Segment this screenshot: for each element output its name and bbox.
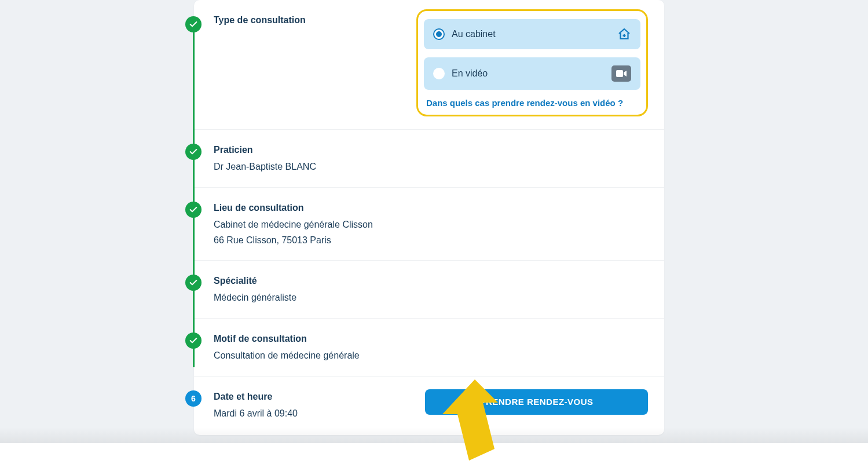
option-label: Au cabinet	[452, 29, 610, 39]
consultation-type-highlight: Au cabinet En vidéo	[416, 9, 648, 116]
step-location: Lieu de consultation Cabinet de médecine…	[194, 188, 664, 261]
practitioner-name: Dr Jean-Baptiste BLANC	[214, 160, 648, 174]
location-line2: 66 Rue Clisson, 75013 Paris	[214, 233, 648, 248]
step-check-icon	[185, 16, 202, 32]
step-title: Praticien	[214, 145, 648, 155]
page-bottom-shadow	[0, 427, 868, 443]
radio-unselected-icon	[433, 68, 445, 79]
step-number-badge: 6	[185, 390, 202, 407]
location-line1: Cabinet de médecine générale Clisson	[214, 218, 648, 232]
option-au-cabinet[interactable]: Au cabinet	[424, 19, 640, 49]
booking-summary-card: Type de consultation Au cabinet	[194, 0, 664, 435]
datetime-value: Mardi 6 avril à 09:40	[214, 407, 408, 421]
step-datetime: 6 Date et heure Mardi 6 avril à 09:40 PR…	[194, 377, 664, 427]
book-appointment-button[interactable]: PRENDRE RENDEZ-VOUS	[425, 389, 648, 415]
step-specialty: Spécialité Médecin généraliste	[194, 261, 664, 319]
step-check-icon	[185, 333, 202, 349]
specialty-value: Médecin généraliste	[214, 291, 648, 305]
step-title: Spécialité	[214, 276, 648, 286]
step-practitioner: Praticien Dr Jean-Baptiste BLANC	[194, 130, 664, 188]
step-check-icon	[185, 275, 202, 291]
option-en-video[interactable]: En vidéo	[424, 57, 640, 90]
step-check-icon	[185, 144, 202, 160]
reason-value: Consultation de médecine générale	[214, 349, 648, 363]
video-icon	[611, 65, 631, 82]
video-help-link[interactable]: Dans quels cas prendre rendez-vous en vi…	[424, 98, 640, 108]
svg-rect-0	[616, 70, 623, 77]
page-bottom-bar	[0, 443, 868, 464]
steps-connector	[193, 25, 195, 367]
step-title: Lieu de consultation	[214, 203, 648, 213]
radio-selected-icon	[433, 28, 445, 40]
step-check-icon	[185, 202, 202, 218]
house-medical-icon	[617, 27, 631, 41]
step-reason: Motif de consultation Consultation de mé…	[194, 319, 664, 377]
step-title: Motif de consultation	[214, 334, 648, 344]
option-label: En vidéo	[452, 68, 605, 79]
step-title: Date et heure	[214, 392, 408, 402]
step-consultation-type: Type de consultation Au cabinet	[194, 0, 664, 130]
step-title: Type de consultation	[214, 15, 408, 25]
